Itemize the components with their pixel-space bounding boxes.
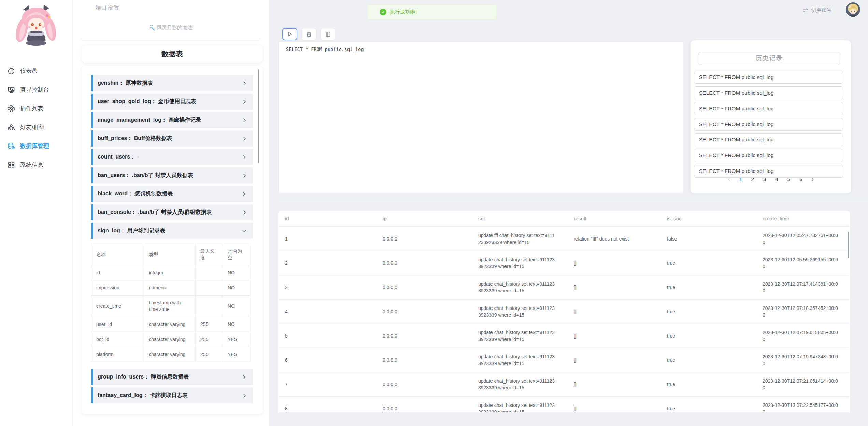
results-col-ip: ip — [376, 211, 471, 226]
sidebar-menu: 仪表盘 真寻控制台 插件列表 — [0, 61, 72, 174]
results-row: 30.0.0.0update chat_history set text=911… — [278, 275, 850, 299]
results-col-sql: sql — [471, 211, 567, 226]
history-panel: 历史记录 SELECT * FROM public.sql_log SELECT… — [691, 40, 851, 193]
chevron-right-icon — [242, 173, 247, 178]
results-scrollbar[interactable] — [848, 232, 849, 258]
avatar-illustration — [846, 2, 860, 17]
table-list-item-black-word[interactable]: black_word： 惩罚机制数据表 — [91, 186, 253, 202]
history-item[interactable]: SELECT * FROM public.sql_log — [694, 71, 843, 84]
tables-list-scrollbar[interactable] — [258, 69, 259, 163]
schema-row: create_timetimestamp with time zoneNO — [91, 296, 250, 317]
pagination-page-1[interactable]: 1 — [739, 176, 742, 182]
schema-row: bot_idcharacter varying255YES — [91, 332, 250, 347]
gauge-icon — [8, 67, 15, 75]
schema-row: impressionnumericNO — [91, 280, 250, 296]
port-settings-button[interactable]: 端口设置 — [82, 2, 133, 14]
switch-account-button[interactable]: ⇌ 切换账号 — [803, 5, 831, 14]
sidebar-item-friends[interactable]: 好友/群组 — [0, 118, 72, 137]
chevron-right-icon — [242, 192, 247, 196]
chevron-right-icon — [242, 99, 247, 104]
table-list-item-count-users[interactable]: count_users： - — [91, 149, 253, 165]
sidebar-item-console[interactable]: 真寻控制台 — [0, 80, 72, 99]
table-list-item-genshin[interactable]: genshin： 原神数据表 — [91, 75, 253, 91]
chevron-right-icon — [242, 155, 247, 160]
table-list-item-fantasy-card-log[interactable]: fantasy_card_log： 卡牌获取日志表 — [91, 387, 253, 403]
plugins-icon — [8, 105, 15, 112]
table-list-item-buff-prices[interactable]: buff_prices： Buff价格数据表 — [91, 130, 253, 147]
chevron-right-icon — [242, 375, 247, 380]
table-list-item-ban-users[interactable]: ban_users： .ban/b了 封禁人员数据表 — [91, 167, 253, 183]
user-avatar[interactable] — [846, 2, 860, 17]
friends-icon — [8, 124, 15, 131]
results-row: 60.0.0.0update chat_history set text=911… — [278, 348, 850, 372]
chevron-right-icon — [242, 118, 247, 123]
results-panel: id ip sql result is_suc create_time 10.0… — [278, 211, 850, 412]
pagination-page-5[interactable]: 5 — [787, 176, 790, 182]
magic-wand-icon — [149, 25, 156, 31]
magic-banner-label: 风灵月影的魔法 — [157, 25, 193, 31]
chevron-right-icon — [242, 81, 247, 86]
sql-editor-content: SELECT * FROM public.sql_log — [286, 46, 364, 52]
results-col-is-suc: is_suc — [660, 211, 756, 226]
copy-query-button[interactable] — [321, 28, 336, 40]
panel-divider — [80, 39, 261, 39]
pagination-page-4[interactable]: 4 — [775, 176, 778, 182]
chevron-right-icon — [242, 393, 247, 398]
copy-icon — [325, 31, 331, 37]
sidebar-item-dashboard[interactable]: 仪表盘 — [0, 61, 72, 80]
schema-col-header: 是否为空 — [223, 244, 250, 265]
schema-row: user_idcharacter varying255NO — [91, 317, 250, 332]
content-divider — [278, 202, 868, 202]
tables-panel-title: 数据表 — [82, 45, 263, 63]
clear-query-button[interactable] — [301, 28, 316, 40]
schema-row: platformcharacter varying255YES — [91, 347, 250, 362]
app-root: 仪表盘 真寻控制台 插件列表 — [0, 0, 868, 426]
sidebar-item-plugins[interactable]: 插件列表 — [0, 99, 72, 118]
chevron-right-icon — [242, 136, 247, 141]
history-item[interactable]: SELECT * FROM public.sql_log — [694, 102, 843, 115]
pagination-page-6[interactable]: 6 — [799, 176, 802, 182]
sidebar-item-label: 数据库管理 — [20, 142, 49, 150]
results-row: 50.0.0.0update chat_history set text=911… — [278, 324, 850, 348]
results-row: 40.0.0.0update chat_history set text=911… — [278, 299, 850, 324]
history-item[interactable]: SELECT * FROM public.sql_log — [694, 133, 843, 146]
history-item[interactable]: SELECT * FROM public.sql_log — [694, 86, 843, 99]
pagination-next-icon[interactable]: › — [812, 177, 814, 182]
results-col-id: id — [278, 211, 376, 226]
results-header-row: id ip sql result is_suc create_time — [278, 211, 850, 226]
pagination-page-3[interactable]: 3 — [763, 176, 766, 182]
table-list-item-user-shop-gold-log[interactable]: user_shop_gold_log： 金币使用日志表 — [91, 94, 253, 110]
sign-log-schema-table: 名称 类型 最大长度 是否为空 idintegerNO impressionnu… — [91, 244, 250, 362]
results-row: 10.0.0.0update fff chat_history set text… — [278, 226, 850, 251]
run-query-button[interactable] — [282, 28, 297, 40]
logo-image — [9, 2, 63, 49]
pagination-page-2[interactable]: 2 — [751, 176, 754, 182]
results-table: id ip sql result is_suc create_time 10.0… — [278, 211, 850, 412]
history-item[interactable]: SELECT * FROM public.sql_log — [694, 118, 843, 131]
results-row: 20.0.0.0update chat_history set text=911… — [278, 251, 850, 275]
pagination-prev-icon[interactable]: ‹ — [728, 177, 730, 182]
sidebar: 仪表盘 真寻控制台 插件列表 — [0, 0, 73, 426]
schema-col-header: 类型 — [144, 244, 196, 265]
sidebar-item-label: 好友/群组 — [20, 123, 45, 131]
schema-col-header: 最大长度 — [196, 244, 223, 265]
sidebar-item-database[interactable]: 数据库管理 — [0, 137, 72, 155]
results-col-create-time: create_time — [756, 211, 850, 226]
sidebar-item-system-info[interactable]: 系统信息 — [0, 155, 72, 174]
table-list-item-sign-log[interactable]: sign_log： 用户签到记录表 — [91, 223, 253, 239]
console-icon — [8, 86, 15, 94]
history-item[interactable]: SELECT * FROM public.sql_log — [694, 165, 843, 178]
table-list-item-group-info-users[interactable]: group_info_users： 群员信息数据表 — [91, 369, 253, 385]
history-item[interactable]: SELECT * FROM public.sql_log — [694, 149, 843, 162]
success-check-icon — [380, 9, 386, 15]
table-list-item-ban-console[interactable]: ban_console： .ban/b了 封禁人员/群组数据表 — [91, 204, 253, 220]
switch-account-label: 切换账号 — [811, 7, 831, 13]
schema-row: idintegerNO — [91, 265, 250, 280]
table-list-item-image-management-log[interactable]: image_management_log： 画廊操作记录 — [91, 112, 253, 128]
sql-editor[interactable]: SELECT * FROM public.sql_log — [278, 42, 683, 193]
history-pagination: ‹ 1 2 3 4 5 6 › — [691, 176, 851, 182]
success-toast: 执行成功啦! — [367, 4, 497, 19]
results-row: 70.0.0.0update chat_history set text=911… — [278, 372, 850, 396]
trash-icon — [306, 31, 312, 37]
chevron-down-icon — [242, 229, 247, 233]
